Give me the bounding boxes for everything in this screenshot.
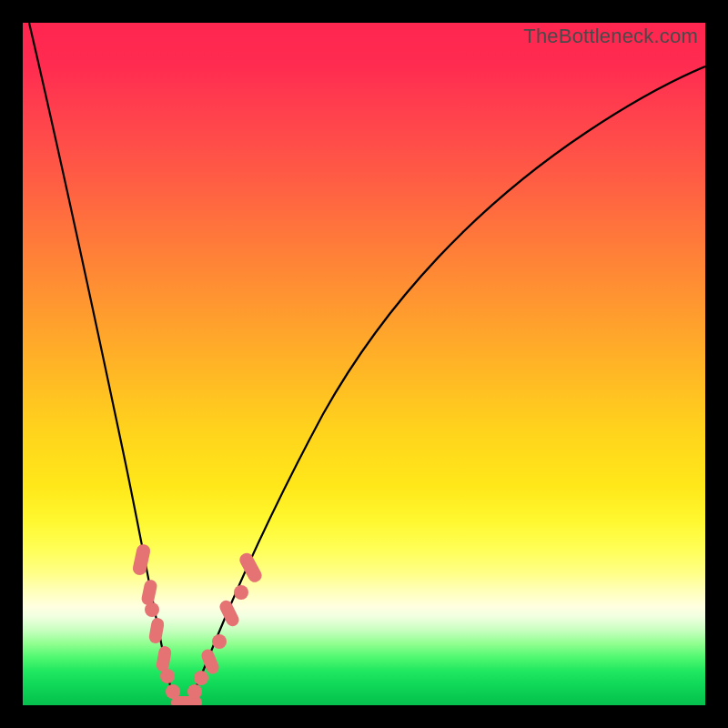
svg-rect-0	[132, 543, 152, 576]
svg-rect-3	[148, 617, 166, 644]
left-branch-markers	[132, 543, 180, 699]
bottleneck-curve-right	[180, 66, 705, 704]
svg-point-8	[187, 684, 202, 699]
svg-point-9	[194, 671, 208, 685]
svg-point-13	[234, 585, 248, 600]
curve-svg	[23, 23, 705, 705]
svg-rect-4	[156, 645, 173, 672]
right-branch-markers	[187, 551, 264, 699]
svg-point-11	[212, 634, 227, 649]
watermark-text: TheBottleneck.com	[523, 25, 698, 48]
chart-frame: TheBottleneck.com	[23, 23, 705, 705]
bottleneck-curve-left	[29, 23, 180, 704]
svg-rect-1	[140, 579, 158, 606]
svg-point-5	[160, 669, 175, 683]
svg-rect-12	[217, 598, 241, 628]
svg-point-2	[145, 602, 159, 617]
